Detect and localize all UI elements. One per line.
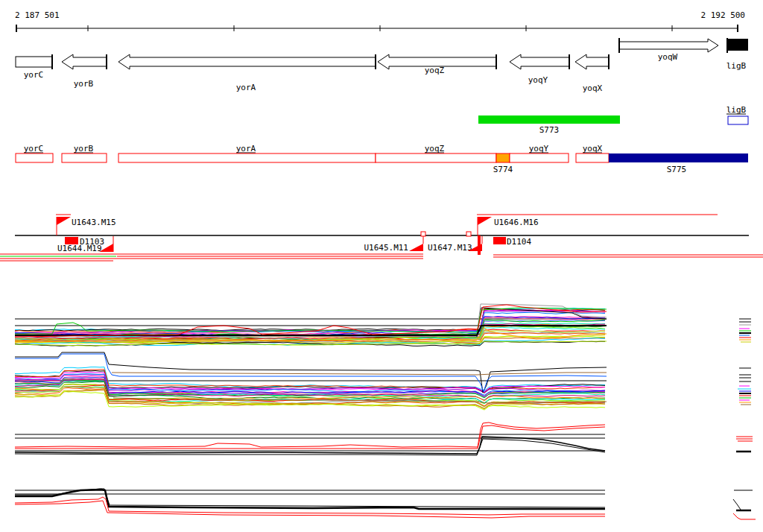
segment-label-yorA[interactable]: yorA [236, 144, 256, 153]
ligb-region-box[interactable] [728, 116, 748, 124]
gene-arrow-ligB[interactable] [727, 39, 748, 51]
segment-label-yoqX[interactable]: yoqX [583, 144, 603, 153]
panel-4-line [733, 513, 741, 519]
s774-bar[interactable] [496, 153, 510, 162]
flag-u1643-icon [57, 217, 71, 225]
ruler: 2 187 501 2 192 500 [15, 10, 745, 32]
panel-1-band-line [15, 308, 605, 331]
segment-box-yoqY[interactable] [510, 153, 569, 162]
gene-track: yorC yorB yorA yoqZ yoqY yoqX yoqW ligB [16, 38, 748, 93]
gene-label-yorA: yorA [236, 83, 256, 92]
gene-label-yorB: yorB [74, 79, 94, 89]
panel-3-line [15, 437, 605, 454]
gene-arrow-yoqW[interactable] [619, 39, 718, 52]
segment-label-yorC[interactable]: yorC [24, 144, 44, 153]
flag-label-u1643: U1643.M15 [72, 218, 116, 227]
ligb-region-label[interactable]: ligB [726, 105, 747, 115]
segment-label-yoqZ[interactable]: yoqZ [425, 144, 445, 153]
flag-label-u1646: U1646.M16 [494, 218, 539, 227]
anchor-square [466, 232, 471, 236]
segment-box-yorC[interactable] [16, 153, 53, 162]
s775-bar[interactable] [609, 153, 748, 162]
gene-arrow-yoqY[interactable] [510, 54, 569, 69]
flag-u1645-icon [409, 244, 423, 251]
s774-label: S774 [493, 165, 513, 174]
s-region-track: S773 ligB [478, 105, 748, 135]
gene-arrow-yorB[interactable] [62, 54, 107, 69]
segment-box-yoqX[interactable] [576, 153, 609, 162]
gene-arrow-yoqX[interactable] [575, 54, 609, 69]
s773-label: S773 [539, 125, 560, 135]
gene-label-yoqW: yoqW [658, 52, 678, 62]
ruler-end-label: 2 192 500 [700, 10, 745, 20]
anchor-square [421, 232, 425, 236]
s773-bar[interactable] [478, 115, 620, 124]
flag-label-u1647: U1647.M13 [428, 243, 472, 253]
gene-label-yorC: yorC [24, 70, 44, 80]
ruler-start-label: 2 187 501 [15, 10, 60, 20]
gene-label-yoqZ: yoqZ [425, 66, 445, 75]
gene-arrow-yorC[interactable] [16, 57, 52, 67]
gene-arrow-yorA[interactable] [118, 54, 376, 69]
flag-label-u1645: U1645.M11 [364, 243, 408, 253]
panel-3-line [15, 425, 605, 449]
segment-label-yorB[interactable]: yorB [74, 144, 94, 153]
segment-label-yoqY[interactable]: yoqY [529, 144, 549, 153]
expression-plot [15, 304, 756, 519]
feature-track: U1643.M15 U1646.M16 D1103 U1644.M19 U164… [0, 215, 763, 261]
gene-label-yoqX: yoqX [583, 83, 603, 93]
panel-2-band-line [15, 381, 605, 400]
panel-4-line [15, 489, 605, 507]
flag-u1646-icon [478, 217, 492, 225]
panel-4-line [733, 499, 741, 510]
s775-label: S775 [667, 165, 687, 174]
genome-browser-view: 2 187 501 2 192 500 yorC yorB yorA yoqZ … [0, 0, 763, 532]
d1104-label: D1104 [507, 237, 531, 247]
segment-track: yorC yorB yorA yoqZ yoqY yoqX S774 S775 [16, 144, 748, 174]
d1104-box [493, 237, 506, 244]
segment-box-yorA[interactable] [118, 153, 376, 162]
segment-box-yoqZ[interactable] [376, 153, 496, 162]
flag-label-u1644: U1644.M19 [57, 244, 102, 253]
panel-2-line [112, 373, 607, 375]
gene-label-ligB: ligB [726, 61, 747, 71]
segment-box-yorB[interactable] [62, 153, 107, 162]
gene-label-yoqY: yoqY [528, 75, 548, 85]
